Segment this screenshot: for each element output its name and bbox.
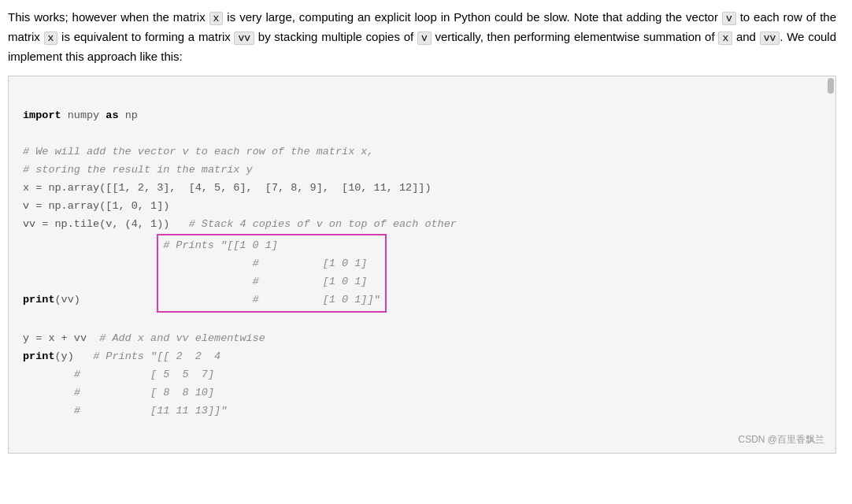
code-block: import numpy as np # We will add the vec…	[23, 89, 821, 439]
prose-and: and	[736, 30, 756, 43]
code-block-container[interactable]: import numpy as np # We will add the vec…	[8, 76, 836, 454]
inline-code-x3: x	[718, 32, 732, 45]
prose-part2: is very large, computing an explicit loo…	[223, 10, 722, 24]
highlight-box: # Prints "[[1 0 1] # [1 0 1] # [1 0 1] #…	[157, 234, 386, 313]
inline-code-v2: v	[417, 32, 432, 45]
comment-line1: # We will add the vector v to each row o…	[23, 146, 374, 158]
prose-part1: This works; however when the matrix	[8, 10, 209, 24]
comment-line3: # Stack 4 copies of v on top of each oth…	[189, 218, 457, 230]
comment-line4: # Add x and vv elementwise	[99, 332, 265, 344]
comment-line6: # [ 5 5 7]	[74, 369, 214, 380]
highlight-line1: # Prints "[[1 0 1]	[163, 239, 278, 251]
highlight-line4: # [1 0 1]]"	[253, 294, 380, 306]
inline-code-v1: v	[722, 12, 736, 25]
comment-line2: # storing the result in the matrix y	[23, 164, 253, 176]
inline-code-x1: x	[209, 12, 224, 25]
prose-part4: is equivalent to forming a matrix	[57, 30, 234, 43]
prose-part5: by stacking multiple copies of	[254, 30, 417, 43]
comment-line5: # Prints "[[ 2 2 4	[93, 350, 220, 362]
as-keyword: as	[106, 109, 118, 121]
inline-code-vv2: vv	[760, 32, 780, 45]
print-keyword-y: print	[23, 350, 55, 362]
prose-paragraph: This works; however when the matrix x is…	[8, 8, 836, 66]
comment-line8: # [11 11 13]]"	[74, 405, 227, 417]
comment-line7: # [ 8 8 10]	[74, 387, 214, 398]
import-keyword: import	[23, 109, 61, 121]
highlight-line3: # [1 0 1]	[253, 276, 368, 287]
prose-part6: vertically, then performing elementwise …	[432, 30, 719, 43]
inline-code-x2: x	[44, 32, 58, 45]
watermark: CSDN @百里香飘兰	[738, 433, 824, 447]
print-keyword-vv: print	[23, 294, 55, 306]
inline-code-vv1: vv	[234, 32, 254, 45]
scrollbar-indicator	[828, 78, 834, 94]
highlight-line2: # [1 0 1]	[253, 258, 368, 269]
